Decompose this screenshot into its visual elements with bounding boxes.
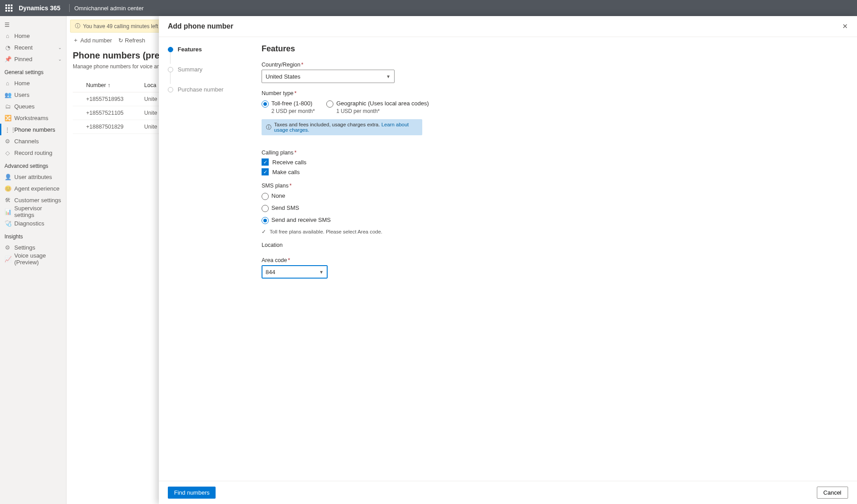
sidebar-item-record-routing[interactable]: ◇Record routing — [0, 147, 66, 158]
sidebar-item-supervisor-settings[interactable]: 📊Supervisor settings — [0, 206, 66, 217]
radio-icon — [262, 217, 269, 224]
sidebar-item-settings[interactable]: ⚙Settings — [0, 242, 66, 253]
nav-label: User attributes — [14, 174, 52, 180]
radio-icon — [262, 205, 269, 212]
add-number-button[interactable]: ＋ Add number — [73, 36, 112, 44]
nav-icon: ⚙ — [4, 244, 11, 251]
sidebar-item-home[interactable]: ⌂Home — [0, 30, 66, 42]
product-name: Dynamics 365 — [19, 4, 60, 12]
nav-icon: 👥 — [4, 92, 11, 98]
sidebar-item-pinned[interactable]: 📌Pinned⌄ — [0, 53, 66, 65]
cell-number: +18557521105 — [86, 110, 144, 116]
nav-icon: ◇ — [4, 150, 11, 156]
nav-icon: 👤 — [4, 174, 11, 180]
sidebar-item-users[interactable]: 👥Users — [0, 89, 66, 100]
refresh-icon: ↻ — [118, 37, 123, 44]
nav-label: Voice usage (Preview) — [14, 252, 62, 266]
nav-label: Users — [14, 92, 29, 98]
left-sidebar: ☰ ⌂Home◔Recent⌄📌Pinned⌄ General settings… — [0, 16, 67, 504]
form-heading: Features — [262, 44, 529, 54]
step-purchase[interactable]: Purchase number — [168, 86, 248, 93]
section-insights: Insights — [0, 229, 66, 242]
sidebar-item-agent-experience[interactable]: 😊Agent experience — [0, 183, 66, 194]
sidebar-item-channels[interactable]: ⚙Channels — [0, 135, 66, 147]
nav-label: Diagnostics — [14, 220, 44, 227]
radio-icon — [326, 100, 333, 108]
nav-icon: 🛠 — [4, 197, 11, 204]
sidebar-item-user-attributes[interactable]: 👤User attributes — [0, 171, 66, 183]
sidebar-item-voice-usage-preview[interactable]: 📈Voice usage (Preview) — [0, 253, 66, 265]
step-features[interactable]: Features — [168, 46, 248, 53]
sidebar-item-home[interactable]: ⌂Home — [0, 77, 66, 89]
location-label: Location — [262, 242, 529, 248]
topbar-divider — [69, 4, 70, 12]
sort-up-icon: ↑ — [108, 82, 110, 88]
section-advanced-settings: Advanced settings — [0, 158, 66, 171]
sidebar-item-workstreams[interactable]: 🔀Workstreams — [0, 112, 66, 124]
nav-label: Queues — [14, 103, 35, 110]
radio-label: Send SMS — [271, 204, 299, 212]
info-icon: ⓘ — [266, 124, 271, 131]
checkbox-receive-calls[interactable]: ✓Receive calls — [262, 158, 529, 166]
nav-label: Workstreams — [14, 115, 48, 121]
sidebar-item-diagnostics[interactable]: 🩺Diagnostics — [0, 217, 66, 229]
area-code-select[interactable]: 844 ▼ — [262, 265, 328, 279]
nav-icon: ⋮⋮ — [4, 126, 11, 133]
nav-label: Record routing — [14, 150, 52, 156]
nav-label: Supervisor settings — [14, 205, 62, 218]
area-label: Area code* — [262, 257, 529, 263]
nav-icon: 😊 — [4, 185, 11, 192]
nav-label: Home — [14, 80, 30, 87]
country-value: United States — [266, 73, 300, 80]
radio-icon — [262, 100, 269, 108]
nav-icon: ⚙ — [4, 138, 11, 145]
panel-footer: Find numbers Cancel — [159, 481, 857, 504]
sms-option-send-and-receive-sms[interactable]: Send and receive SMS — [262, 217, 529, 224]
checkbox-make-calls[interactable]: ✓Make calls — [262, 168, 529, 175]
app-subtitle: Omnichannel admin center — [74, 5, 143, 12]
radio-icon — [262, 193, 269, 200]
chevron-down-icon: ⌄ — [58, 57, 62, 62]
number-type-geographic-uses-local-area-codes[interactable]: Geographic (Uses local area codes)1 USD … — [326, 100, 428, 115]
number-type-label: Number type* — [262, 90, 529, 96]
info-text: Taxes and fees included, usage charges e… — [274, 122, 381, 127]
refresh-button[interactable]: ↻ Refresh — [118, 37, 146, 44]
add-number-label: Add number — [80, 37, 112, 44]
nav-label: Phone numbers — [14, 126, 55, 133]
nav-icon: 📈 — [4, 256, 11, 262]
sms-option-none[interactable]: None — [262, 192, 529, 200]
nav-icon: 🔀 — [4, 115, 11, 121]
sidebar-item-customer-settings[interactable]: 🛠Customer settings — [0, 194, 66, 206]
nav-icon: 📌 — [4, 56, 11, 62]
find-numbers-button[interactable]: Find numbers — [168, 487, 216, 499]
number-type-toll-free-1-800[interactable]: Toll-free (1-800)2 USD per month* — [262, 100, 315, 115]
app-launcher-icon[interactable] — [5, 4, 12, 12]
add-phone-panel: Add phone number ✕ Features Summary Purc… — [159, 16, 857, 504]
step-summary[interactable]: Summary — [168, 66, 248, 73]
check-icon: ✓ — [262, 229, 266, 235]
wizard-steps: Features Summary Purchase number — [159, 37, 253, 481]
section-general-settings: General settings — [0, 65, 66, 77]
sms-option-send-sms[interactable]: Send SMS — [262, 204, 529, 212]
nav-icon: 🩺 — [4, 220, 11, 227]
hamburger-icon[interactable]: ☰ — [0, 20, 66, 30]
panel-header: Add phone number ✕ — [159, 16, 857, 37]
nav-label: Channels — [14, 138, 39, 145]
sidebar-item-queues[interactable]: 🗂Queues — [0, 100, 66, 112]
nav-icon: 🗂 — [4, 103, 11, 110]
nav-label: Settings — [14, 244, 35, 251]
checkbox-icon: ✓ — [262, 158, 269, 166]
country-select[interactable]: United States ▼ — [262, 70, 395, 83]
col-number[interactable]: Number ↑ — [86, 82, 144, 88]
cell-number: +18887501829 — [86, 124, 144, 130]
nav-label: Agent experience — [14, 185, 59, 192]
radio-label: Toll-free (1-800)2 USD per month* — [271, 100, 315, 115]
sidebar-item-recent[interactable]: ◔Recent⌄ — [0, 42, 66, 53]
close-icon[interactable]: ✕ — [842, 22, 848, 30]
cancel-button[interactable]: Cancel — [817, 487, 848, 499]
plus-icon: ＋ — [73, 36, 79, 44]
nav-icon: ◔ — [4, 44, 11, 51]
nav-label: Pinned — [14, 56, 32, 62]
cell-number: +18557518953 — [86, 96, 144, 102]
sidebar-item-phone-numbers[interactable]: ⋮⋮Phone numbers — [0, 124, 66, 135]
